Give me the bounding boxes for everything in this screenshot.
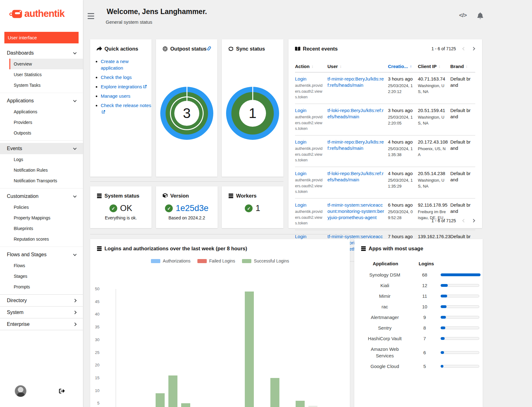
sidebar-section-enterprise[interactable]: Enterprise — [0, 318, 83, 330]
app-name: Kiali — [364, 282, 406, 289]
sign-out-icon[interactable] — [59, 388, 65, 394]
sidebar-item-overview[interactable]: Overview — [9, 59, 83, 69]
event-action-link[interactable]: Login — [295, 139, 324, 145]
menu-icon[interactable] — [88, 13, 94, 19]
version-title: Version — [170, 193, 189, 199]
chevron-right-icon[interactable] — [472, 47, 475, 50]
chevron-right-icon[interactable] — [472, 219, 475, 222]
sidebar-section-flows-and-stages[interactable]: Flows and Stages — [0, 249, 83, 260]
event-user-link[interactable]: tf-loki-repo:BeryJu/k8s:ref:refs/heads/m… — [327, 107, 384, 120]
pagination-label: 1 - 6 of 7125 — [431, 46, 456, 51]
event-user-link[interactable]: tf-mimir-repo:BeryJu/k8s:ref:refs/heads/… — [327, 139, 384, 151]
event-action-link[interactable]: Login — [295, 170, 324, 177]
event-action-link[interactable]: Login — [295, 202, 324, 208]
event-brand-cell: Default brand — [450, 170, 475, 195]
sidebar-item-flows[interactable]: Flows — [0, 260, 83, 271]
bell-icon[interactable] — [477, 12, 483, 19]
chart-bar[interactable] — [156, 393, 165, 407]
sidebar-item-system-tasks[interactable]: System Tasks — [0, 80, 83, 91]
sync-count: 1 — [239, 100, 266, 127]
column-header-user[interactable]: User↕ — [327, 64, 388, 69]
event-user-link[interactable]: tf-mimir-system:serviceaccount:monitorin… — [327, 202, 384, 220]
link-chain-icon[interactable] — [206, 46, 211, 51]
column-header-client-ip[interactable]: Client IP↕ — [418, 64, 450, 69]
sidebar-section-events[interactable]: Events — [0, 143, 83, 154]
chart-bar[interactable] — [168, 375, 177, 407]
app-usage-bar-fill — [441, 316, 446, 319]
event-brand-cell: Default brand — [450, 139, 475, 163]
column-header-creatio-[interactable]: Creatio...↑ — [388, 64, 418, 69]
sort-arrows-icon[interactable]: ↕ — [312, 64, 314, 69]
quick-action-link-create-a-new-application[interactable]: Create a new application — [101, 59, 128, 71]
chevron-down-icon — [73, 253, 76, 256]
chart-bar[interactable] — [270, 378, 279, 407]
event-user-link[interactable]: tf-loki-repo:BeryJu/k8s:ref:refs/heads/m… — [327, 170, 384, 183]
list-item-google-cloud: Google Cloud5 — [361, 363, 479, 370]
event-action-link[interactable]: Login — [295, 76, 324, 82]
server-stack-icon — [97, 193, 102, 199]
column-header-action[interactable]: Action↕ — [295, 64, 327, 69]
chart-bar[interactable] — [245, 292, 254, 407]
sidebar-item-logs[interactable]: Logs — [0, 154, 83, 165]
quick-action-link-manage-users[interactable]: Manage users — [101, 93, 130, 99]
code-icon[interactable]: </> — [459, 12, 467, 19]
version-subtitle: Based on 2024.2.2 — [156, 215, 218, 220]
sidebar-item-stages[interactable]: Stages — [0, 271, 83, 282]
app-logins-count: 7 — [414, 336, 435, 341]
event-action-link[interactable]: Login — [295, 107, 324, 114]
sidebar-section-dashboards[interactable]: Dashboards — [0, 47, 83, 59]
chart-bar[interactable] — [296, 401, 305, 407]
avatar[interactable] — [15, 385, 27, 397]
list-item-alertmanager: Alertmanager9 — [361, 314, 479, 321]
sidebar-item-notification-rules[interactable]: Notification Rules — [0, 165, 83, 175]
sort-up-icon[interactable]: ↑ — [410, 64, 412, 69]
sidebar-item-policies[interactable]: Policies — [0, 202, 83, 213]
sort-arrows-icon[interactable]: ↕ — [340, 64, 342, 69]
outpost-count: 3 — [174, 101, 199, 126]
chevron-left-icon[interactable] — [462, 219, 466, 222]
sidebar-section-applications[interactable]: Applications — [0, 95, 83, 106]
event-action-cell: Loginauthentik.providers.oauth2.views.to… — [295, 202, 327, 226]
external-link-icon — [143, 85, 147, 88]
events-table-header: Action↕User↕Creatio...↑Client IP↕Brand↕ — [295, 61, 475, 72]
user-interface-button[interactable]: User interface — [4, 32, 79, 43]
system-status-title: System status — [104, 193, 139, 199]
divider — [90, 181, 283, 182]
sidebar-section-group: Enterprise — [0, 318, 83, 330]
sidebar-item-prompts[interactable]: Prompts — [0, 282, 83, 292]
app-name: Alertmanager — [364, 314, 406, 321]
sidebar-item-providers[interactable]: Providers — [0, 117, 83, 128]
sidebar-item-outposts[interactable]: Outposts — [0, 128, 83, 138]
event-geo: Washington, US, NA — [418, 177, 447, 189]
sidebar-item-blueprints[interactable]: Blueprints — [0, 223, 83, 234]
sidebar-item-property-mappings[interactable]: Property Mappings — [0, 213, 83, 223]
sidebar-item-applications[interactable]: Applications — [0, 106, 83, 117]
quick-action-link-check-the-logs[interactable]: Check the logs — [101, 75, 132, 80]
sidebar-section-system[interactable]: System — [0, 306, 83, 318]
event-context: authentik.providers.oauth2.views.token — [295, 83, 324, 100]
y-tick-label: 10 — [90, 388, 99, 393]
quick-action-link-explore-integrations[interactable]: Explore integrations — [101, 84, 142, 89]
sidebar-section-directory[interactable]: Directory — [0, 295, 83, 306]
sidebar-item-reputation-scores[interactable]: Reputation scores — [0, 234, 83, 244]
chart-bar[interactable] — [181, 403, 190, 407]
system-status-card: System status ✓ OK Everything is ok. — [90, 186, 152, 228]
chart-bar[interactable] — [308, 406, 317, 407]
sidebar-item-notification-transports[interactable]: Notification Transports — [0, 175, 83, 186]
check-circle-icon: ✓ — [245, 204, 253, 212]
column-header-label: Brand — [450, 64, 464, 69]
version-value[interactable]: 1e25d3e — [176, 203, 208, 213]
event-user-link[interactable]: tf-mimir-repo:BeryJu/k8s:ref:refs/heads/… — [327, 76, 384, 88]
sidebar-item-user-statistics[interactable]: User Statistics — [0, 69, 83, 80]
app-logins-count: 12 — [414, 283, 435, 288]
list-item-synology-dsm: Synology DSM68 — [361, 272, 479, 278]
column-header-brand[interactable]: Brand↕ — [450, 64, 475, 69]
quick-action-link-check-the-release-notes[interactable]: Check the release notes — [101, 103, 151, 108]
table-row: Loginauthentik.providers.oauth2.views.to… — [295, 72, 475, 104]
sidebar-section-customization[interactable]: Customization — [0, 191, 83, 202]
sort-arrows-icon[interactable]: ↕ — [466, 64, 468, 69]
event-time-relative: 3 hours ago — [388, 107, 414, 114]
chevron-left-icon[interactable] — [462, 47, 466, 50]
sort-arrows-icon[interactable]: ↕ — [438, 64, 441, 69]
event-creation-cell: 3 hours ago25/03/2024, 12:20:05 — [388, 107, 418, 132]
